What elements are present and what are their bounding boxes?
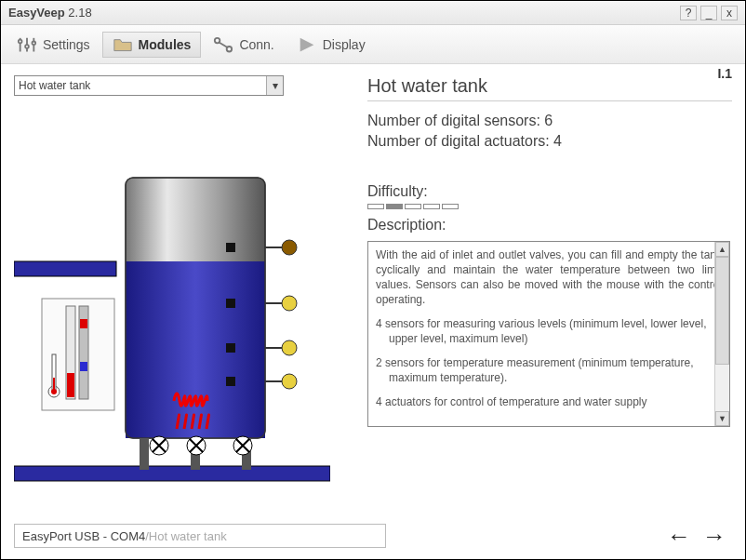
- scrollbar[interactable]: ▲ ▼: [714, 242, 729, 426]
- svg-rect-14: [140, 438, 149, 470]
- difficulty-seg: [367, 204, 384, 209]
- difficulty-seg: [423, 204, 440, 209]
- tab-settings[interactable]: Settings: [7, 32, 100, 58]
- svg-point-3: [19, 39, 22, 43]
- scroll-up-icon[interactable]: ▲: [715, 242, 729, 257]
- svg-rect-22: [226, 343, 235, 353]
- close-button[interactable]: x: [721, 6, 738, 20]
- svg-point-41: [51, 389, 57, 394]
- svg-rect-35: [67, 373, 74, 397]
- content: I.1 Hot water tank ▾: [1, 64, 745, 520]
- app-title: EasyVeep 2.18: [8, 6, 92, 20]
- difficulty-seg: [405, 204, 421, 209]
- sliders-icon: [17, 36, 37, 53]
- bottom-bar: EasyPort USB - COM4 / Hot water tank ← →: [14, 522, 732, 550]
- tab-conn[interactable]: Conn.: [203, 32, 284, 58]
- difficulty-label: Difficulty:: [367, 183, 732, 200]
- right-panel: Hot water tank Number of digital sensors…: [349, 75, 732, 520]
- connection-icon: [213, 36, 233, 53]
- svg-rect-23: [226, 377, 235, 386]
- svg-line-8: [220, 42, 228, 47]
- module-title: Hot water tank: [367, 75, 732, 101]
- difficulty-seg: [442, 204, 459, 209]
- svg-point-25: [282, 240, 297, 255]
- tab-display[interactable]: Display: [286, 32, 376, 58]
- left-panel: Hot water tank ▾: [14, 75, 349, 520]
- svg-rect-12: [126, 261, 265, 438]
- dropdown-selected: Hot water tank: [19, 79, 90, 92]
- module-dropdown[interactable]: Hot water tank ▾: [14, 75, 284, 96]
- svg-point-5: [32, 41, 35, 45]
- minimize-button[interactable]: _: [700, 6, 717, 20]
- tab-display-label: Display: [323, 37, 366, 52]
- tab-settings-label: Settings: [43, 37, 90, 52]
- scroll-track[interactable]: [715, 257, 729, 411]
- description-text: With the aid of inlet and outlet valves,…: [368, 242, 729, 426]
- module-index: I.1: [717, 66, 732, 81]
- description-box: With the aid of inlet and outlet valves,…: [367, 241, 730, 427]
- difficulty-seg: [386, 204, 403, 209]
- svg-point-29: [282, 340, 297, 355]
- actuators-line: Number of digital actuators: 4: [367, 131, 732, 152]
- svg-rect-10: [14, 466, 330, 481]
- svg-rect-20: [226, 243, 235, 252]
- scroll-down-icon[interactable]: ▼: [715, 411, 729, 426]
- tab-modules-label: Modules: [139, 37, 192, 52]
- chevron-down-icon: ▾: [266, 76, 283, 95]
- scroll-thumb[interactable]: [715, 257, 729, 365]
- svg-rect-21: [226, 299, 235, 308]
- description-label: Description:: [367, 217, 732, 233]
- module-preview: [14, 113, 330, 485]
- svg-rect-9: [14, 261, 116, 276]
- svg-point-4: [25, 45, 29, 48]
- status-bar: EasyPort USB - COM4 / Hot water tank: [14, 524, 386, 548]
- svg-rect-37: [80, 362, 87, 371]
- next-arrow-icon[interactable]: →: [697, 522, 732, 551]
- svg-point-27: [282, 296, 297, 311]
- difficulty-bar: [367, 204, 732, 209]
- folder-icon: [113, 36, 133, 53]
- prev-arrow-icon[interactable]: ←: [661, 522, 697, 551]
- tab-modules[interactable]: Modules: [102, 32, 202, 58]
- title-bar: EasyVeep 2.18 ? _ x: [1, 1, 745, 25]
- play-icon: [297, 36, 317, 53]
- svg-point-31: [282, 374, 297, 389]
- svg-rect-36: [80, 319, 87, 328]
- help-button[interactable]: ?: [680, 6, 697, 20]
- status-port: EasyPort USB - COM4: [22, 529, 145, 543]
- tab-conn-label: Conn.: [239, 37, 273, 52]
- toolbar: Settings Modules Conn. Display: [1, 25, 745, 64]
- status-module: Hot water tank: [149, 529, 227, 543]
- sensors-line: Number of digital sensors: 6: [367, 111, 732, 131]
